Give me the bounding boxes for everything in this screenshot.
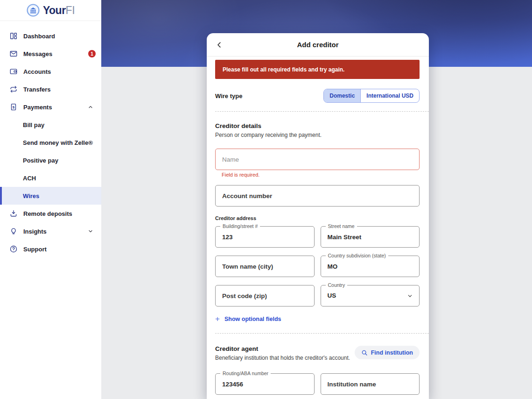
- sidebar-item-label: Positive pay: [23, 157, 58, 164]
- sidebar-item-label: Bill pay: [23, 121, 44, 128]
- routing-number-field: Routing/ABA number: [215, 373, 315, 395]
- institution-name-input[interactable]: [321, 374, 420, 394]
- account-number-field: [215, 185, 420, 207]
- unread-count-badge: 1: [88, 50, 96, 57]
- sidebar-item-payments[interactable]: $ Payments: [0, 98, 101, 116]
- sidebar-item-positive-pay[interactable]: Positive pay: [0, 151, 101, 169]
- wire-type-international[interactable]: International USD: [361, 89, 419, 102]
- error-banner: Please fill out all required fields and …: [215, 60, 420, 79]
- brand-name: YourFI: [43, 4, 75, 17]
- sidebar-item-remote-deposits[interactable]: Remote deposits: [0, 205, 101, 222]
- modal-header: Add creditor: [207, 33, 429, 57]
- section-divider: [215, 111, 429, 112]
- modal-title: Add creditor: [297, 41, 338, 49]
- mail-icon: [9, 50, 18, 58]
- creditor-details-heading: Creditor details: [215, 122, 420, 129]
- chevron-down-icon: [407, 293, 413, 299]
- show-optional-fields-button[interactable]: + Show optional fields: [215, 315, 281, 323]
- sidebar-item-label: Send money with Zelle®: [23, 139, 93, 146]
- post-code-input[interactable]: [216, 285, 314, 306]
- sidebar-item-dashboard[interactable]: Dashboard: [0, 27, 101, 45]
- back-button[interactable]: [215, 41, 224, 49]
- creditor-details-subheading: Person or company receiving the payment.: [215, 132, 420, 138]
- wallet-icon: [9, 67, 18, 76]
- sidebar-item-label: Payments: [23, 104, 52, 111]
- country-select[interactable]: Country US: [321, 285, 420, 306]
- routing-number-label: Routing/ABA number: [220, 370, 271, 377]
- street-name-field: Street name: [321, 226, 420, 248]
- name-input[interactable]: [216, 149, 419, 170]
- find-institution-button[interactable]: Find institution: [355, 346, 420, 359]
- chevron-down-icon: [88, 228, 93, 234]
- state-label: Country subdivision (state): [326, 253, 388, 259]
- street-name-label: Street name: [326, 223, 357, 229]
- bank-logo-icon: [27, 4, 40, 17]
- sidebar-item-label: Remote deposits: [23, 210, 72, 217]
- sidebar-item-label: Messages: [23, 50, 52, 57]
- sidebar-item-insights[interactable]: Insights: [0, 222, 101, 240]
- dashboard-icon: [9, 32, 18, 40]
- town-name-field: [215, 256, 315, 277]
- state-field: Country subdivision (state): [321, 256, 420, 277]
- section-divider: [215, 333, 429, 334]
- add-creditor-modal: Add creditor Please fill out all require…: [207, 33, 429, 399]
- sidebar-item-label: Dashboard: [23, 33, 55, 40]
- sidebar-item-messages[interactable]: Messages 1: [0, 45, 101, 63]
- sidebar: YourFI Dashboard Messages 1 Accounts: [0, 0, 101, 399]
- building-street-input[interactable]: [216, 227, 314, 247]
- transfer-arrows-icon: [9, 85, 18, 93]
- sidebar-item-wires[interactable]: Wires: [0, 187, 101, 205]
- brand-logo[interactable]: YourFI: [0, 0, 101, 21]
- sidebar-item-support[interactable]: Support: [0, 240, 101, 258]
- sidebar-item-accounts[interactable]: Accounts: [0, 63, 101, 80]
- town-name-input[interactable]: [216, 256, 314, 277]
- search-icon: [361, 349, 368, 356]
- name-field: [215, 149, 420, 170]
- account-number-input[interactable]: [216, 185, 419, 206]
- chevron-up-icon: [88, 104, 93, 110]
- sidebar-item-label: Transfers: [23, 86, 51, 93]
- sidebar-item-label: ACH: [23, 175, 36, 182]
- deposit-download-icon: [9, 209, 18, 218]
- sidebar-item-ach[interactable]: ACH: [0, 169, 101, 187]
- svg-text:$: $: [13, 105, 15, 109]
- sidebar-item-label: Accounts: [23, 68, 51, 75]
- building-street-label: Building/street #: [220, 223, 260, 229]
- wire-type-toggle: Domestic International USD: [323, 89, 420, 103]
- routing-number-input[interactable]: [216, 374, 314, 394]
- country-label: Country: [326, 282, 348, 288]
- name-field-error: Field is required.: [222, 172, 420, 178]
- creditor-agent-header: Creditor agent Beneficiary institution t…: [215, 345, 350, 361]
- wire-type-domestic[interactable]: Domestic: [324, 89, 361, 102]
- payments-bill-icon: $: [9, 103, 18, 111]
- country-value: US: [321, 285, 420, 306]
- sidebar-item-label: Support: [23, 246, 47, 253]
- state-input[interactable]: [321, 256, 420, 277]
- building-street-field: Building/street #: [215, 226, 315, 248]
- sidebar-item-label: Wires: [23, 192, 39, 200]
- help-circle-icon: [9, 245, 18, 253]
- creditor-address-label: Creditor address: [215, 215, 420, 221]
- wire-type-label: Wire type: [215, 93, 242, 100]
- sidebar-item-bill-pay[interactable]: Bill pay: [0, 116, 101, 134]
- plus-icon: +: [215, 315, 220, 323]
- sidebar-item-transfers[interactable]: Transfers: [0, 80, 101, 98]
- lightbulb-icon: [9, 227, 18, 235]
- institution-name-field: [321, 373, 420, 395]
- street-name-input[interactable]: [321, 227, 420, 247]
- creditor-agent-heading: Creditor agent: [215, 345, 350, 352]
- chevron-left-icon: [215, 41, 224, 49]
- creditor-agent-subheading: Beneficiary institution that holds the c…: [215, 355, 350, 361]
- post-code-field: [215, 285, 315, 306]
- sidebar-item-label: Insights: [23, 228, 47, 235]
- sidebar-item-zelle[interactable]: Send money with Zelle®: [0, 134, 101, 151]
- error-banner-text: Please fill out all required fields and …: [223, 66, 344, 73]
